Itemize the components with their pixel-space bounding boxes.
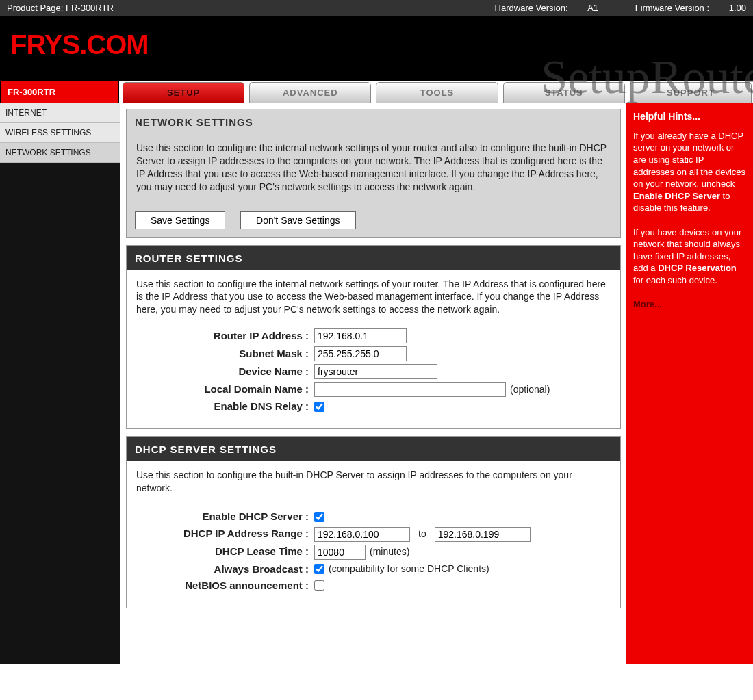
- dhcp-settings-desc: Use this section to configure the built-…: [136, 469, 611, 495]
- hints-paragraph-2: If you have devices on your network that…: [633, 226, 746, 287]
- main-content: NETWORK SETTINGS Use this section to con…: [120, 103, 626, 664]
- local-domain-input[interactable]: [314, 382, 506, 397]
- dhcp-lease-input[interactable]: [314, 545, 366, 560]
- dns-relay-checkbox[interactable]: [314, 402, 324, 412]
- network-settings-title: NETWORK SETTINGS: [127, 109, 620, 133]
- hardware-version-label: Hardware Version:: [495, 3, 571, 13]
- netbios-checkbox[interactable]: [314, 580, 324, 591]
- netbios-label: NetBIOS announcement :: [136, 579, 314, 593]
- hints-paragraph-1: If you already have a DHCP server on you…: [633, 130, 746, 214]
- always-broadcast-label: Always Broadcast :: [136, 562, 314, 576]
- sidebar-item-internet[interactable]: INTERNET: [0, 103, 120, 123]
- router-ip-label: Router IP Address :: [136, 329, 314, 343]
- subnet-mask-input[interactable]: [314, 346, 407, 361]
- dhcp-range-to-word: to: [418, 528, 426, 541]
- network-settings-panel: NETWORK SETTINGS Use this section to con…: [126, 109, 621, 238]
- helpful-hints-panel: Helpful Hints... If you already have a D…: [626, 103, 753, 664]
- product-page-value: FR-300RTR: [66, 3, 114, 13]
- network-settings-desc: Use this section to configure the intern…: [127, 133, 620, 206]
- watermark-text: SetupRouter.co: [541, 50, 753, 105]
- dhcp-settings-panel: DHCP SERVER SETTINGS Use this section to…: [126, 436, 621, 608]
- sidebar-item-network[interactable]: NETWORK SETTINGS: [0, 143, 120, 163]
- dns-relay-label: Enable DNS Relay :: [136, 400, 314, 413]
- dhcp-settings-title: DHCP SERVER SETTINGS: [127, 437, 620, 461]
- firmware-version-value: 1.00: [729, 3, 746, 13]
- logo-banner: FRYS.COM SetupRouter.co: [0, 16, 753, 81]
- enable-dhcp-label: Enable DHCP Server :: [136, 510, 314, 523]
- enable-dhcp-checkbox[interactable]: [314, 512, 324, 522]
- firmware-version-label: Firmware Version :: [635, 3, 712, 13]
- top-info-bar: Product Page: FR-300RTR Hardware Version…: [0, 0, 753, 16]
- dhcp-lease-suffix: (minutes): [370, 545, 409, 558]
- dhcp-range-from-input[interactable]: [314, 527, 410, 542]
- dhcp-range-to-input[interactable]: [435, 527, 531, 542]
- device-name-input[interactable]: [314, 364, 437, 379]
- tab-setup[interactable]: SETUP: [123, 82, 244, 103]
- device-model-tab: FR-300RTR: [0, 81, 119, 103]
- sidebar-item-wireless[interactable]: WIRELESS SETTINGS: [0, 123, 120, 143]
- dhcp-lease-label: DHCP Lease Time :: [136, 545, 314, 558]
- dont-save-settings-button[interactable]: Don't Save Settings: [240, 211, 356, 229]
- product-page-label: Product Page:: [7, 3, 66, 13]
- device-name-label: Device Name :: [136, 365, 314, 378]
- dhcp-range-label: DHCP IP Address Range :: [136, 527, 314, 541]
- local-domain-label: Local Domain Name :: [136, 383, 314, 396]
- always-broadcast-suffix: (compatibility for some DHCP Clients): [329, 562, 489, 575]
- always-broadcast-checkbox[interactable]: [314, 564, 324, 574]
- left-sidebar: INTERNET WIRELESS SETTINGS NETWORK SETTI…: [0, 103, 120, 664]
- router-ip-input[interactable]: [314, 328, 407, 343]
- local-domain-suffix: (optional): [510, 383, 550, 396]
- tab-advanced[interactable]: ADVANCED: [249, 82, 371, 103]
- subnet-mask-label: Subnet Mask :: [136, 347, 314, 361]
- router-settings-title: ROUTER SETTINGS: [127, 246, 620, 270]
- hints-more-link[interactable]: More...: [633, 299, 662, 309]
- tab-tools[interactable]: TOOLS: [376, 82, 498, 103]
- router-settings-panel: ROUTER SETTINGS Use this section to conf…: [126, 245, 621, 430]
- router-settings-desc: Use this section to configure the intern…: [136, 278, 611, 317]
- hints-title: Helpful Hints...: [633, 110, 746, 123]
- save-settings-button[interactable]: Save Settings: [135, 211, 225, 229]
- hardware-version-value: A1: [587, 3, 598, 13]
